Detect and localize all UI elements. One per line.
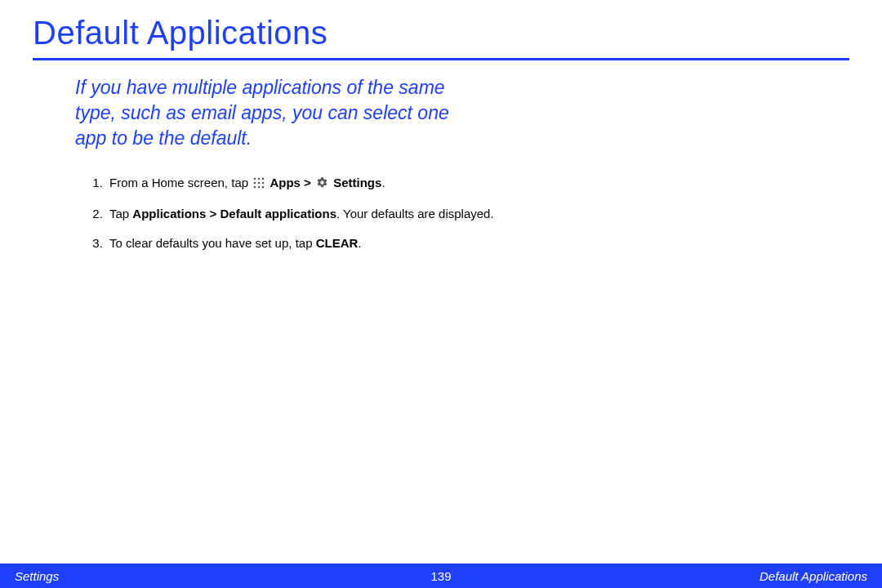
step-item: Tap Applications > Default applications.… — [106, 205, 531, 223]
svg-point-8 — [262, 186, 265, 189]
svg-point-7 — [258, 186, 261, 189]
svg-point-6 — [254, 186, 256, 189]
apps-grid-icon — [253, 176, 265, 194]
step-item: To clear defaults you have set up, tap C… — [106, 234, 531, 252]
page-title: Default Applications — [33, 15, 849, 56]
svg-point-4 — [258, 182, 261, 185]
gt-separator: > — [301, 176, 314, 189]
path-label: Applications > Default applications — [132, 207, 336, 220]
step-item: From a Home screen, tap Apps > Settings. — [106, 174, 531, 194]
step-text: . Your defaults are displayed. — [336, 207, 494, 220]
manual-page: Default Applications If you have multipl… — [0, 0, 882, 588]
apps-label: Apps — [270, 176, 301, 189]
svg-point-2 — [262, 178, 265, 180]
step-text: To clear defaults you have set up, tap — [109, 236, 316, 250]
svg-point-3 — [254, 182, 256, 185]
settings-gear-icon — [316, 176, 328, 194]
step-text: Tap — [109, 207, 132, 220]
footer-section: Settings — [15, 569, 59, 583]
settings-label: Settings — [333, 176, 381, 189]
step-text: . — [358, 236, 361, 250]
step-text: . — [381, 176, 385, 189]
svg-point-5 — [262, 182, 265, 185]
footer-topic: Default Applications — [760, 569, 867, 583]
title-rule — [33, 58, 849, 60]
step-text: From a Home screen, tap — [109, 176, 252, 189]
footer-page-number: 139 — [430, 569, 451, 583]
svg-point-0 — [254, 178, 256, 180]
clear-label: CLEAR — [316, 236, 359, 250]
intro-paragraph: If you have multiple applications of the… — [75, 75, 483, 151]
svg-point-1 — [258, 178, 261, 180]
page-footer: Settings 139 Default Applications — [0, 564, 882, 588]
step-list: From a Home screen, tap Apps > Settings.… — [106, 174, 531, 252]
